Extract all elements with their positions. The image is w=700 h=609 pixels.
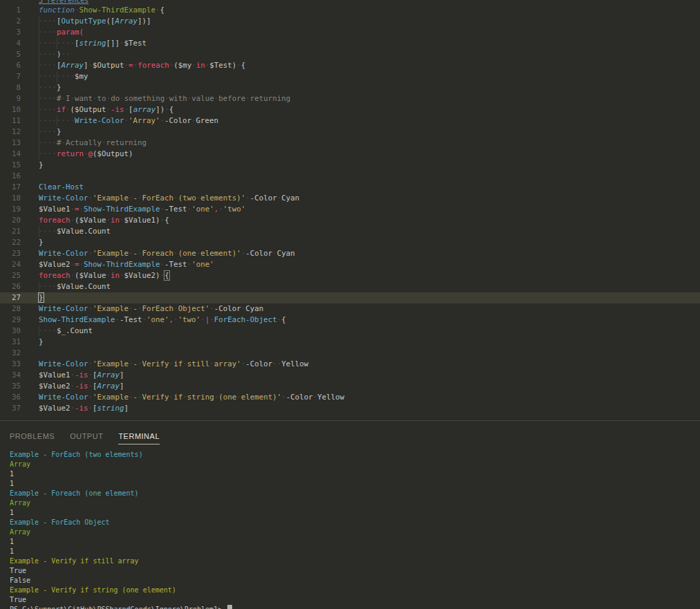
code-line[interactable]: 5····)·· [0,49,700,60]
code-line[interactable]: 15} [0,160,700,171]
line-number[interactable]: 25 [0,270,21,281]
tab-output[interactable]: OUTPUT [70,432,103,444]
code-line[interactable]: 27} [0,292,700,303]
code-token: -Color [245,359,272,368]
code-line[interactable]: 30····$_.Count [0,326,700,337]
code-line[interactable]: 1function·Show-ThirdExample·{ [0,5,700,16]
line-number[interactable]: 15 [0,160,21,171]
line-number[interactable]: 21 [0,226,21,237]
code-token: Write-Color [39,194,88,203]
code-line[interactable]: 17Clear-Host [0,182,700,193]
code-token: Actually [66,138,102,147]
line-number[interactable]: 14 [0,149,21,160]
line-number[interactable]: 26 [0,281,21,292]
code-line[interactable]: 4········[string[]]·$Test [0,38,700,49]
terminal-line: Example - ForEach (two elements) [10,450,700,460]
code-line[interactable]: 2····[OutputType([Array])] [0,16,700,27]
code-line-text: $Value1·=·Show-ThirdExample·-Test·'one',… [39,204,700,215]
code-line[interactable]: 25foreach·($Value·in·$Value2)·{ [0,270,700,281]
line-number[interactable]: 7 [0,71,21,82]
terminal-line: Array [10,527,700,537]
line-number[interactable]: 30 [0,326,21,337]
line-number[interactable]: 16 [0,171,21,182]
line-number[interactable]: 10 [0,104,21,115]
code-line-text: foreach·($Value·in·$Value1)·{ [39,215,700,226]
code-line[interactable]: 31} [0,337,700,348]
terminal-output[interactable]: Example - ForEach (two elements)Array11E… [0,450,700,609]
code-line-text: ········$my [39,71,700,82]
codelens-references-link[interactable]: 3 references [39,0,88,5]
line-number[interactable]: 13 [0,138,21,149]
line-number[interactable]: 9 [0,93,21,104]
line-number[interactable]: 32 [0,348,21,359]
code-line[interactable]: 24$Value2·=·Show-ThirdExample·-Test·'one… [0,259,700,270]
tab-terminal[interactable]: TERMINAL [118,432,160,444]
code-line[interactable]: 32 [0,348,700,359]
whitespace-dots: ···· [39,61,57,70]
code-line[interactable]: 35$Value2·-is·[Array] [0,381,700,392]
code-line[interactable]: 19$Value1·=·Show-ThirdExample·-Test·'one… [0,204,700,215]
line-number[interactable]: 1 [0,5,21,16]
line-number[interactable]: 2 [0,16,21,27]
line-number[interactable]: 37 [0,403,21,414]
code-line[interactable]: 11········Write-Color·'Array'·-Color·Gre… [0,115,700,127]
code-line[interactable]: 9····#·I·want·to·do·something·with·value… [0,93,700,104]
line-number[interactable]: 3 [0,27,21,38]
line-number[interactable]: 17 [0,182,21,193]
code-line[interactable]: 36Write-Color·'Example·-·Verify·if·strin… [0,392,700,403]
line-number[interactable]: 24 [0,259,21,270]
code-line[interactable]: 13····#·Actually·returning [0,138,700,149]
code-line[interactable]: 37$Value2·-is·[string] [0,403,700,414]
code-line[interactable]: 16 [0,171,700,182]
code-token: $Test [124,39,147,48]
code-line[interactable]: 21····$Value.Count [0,226,700,237]
code-editor[interactable]: 3 references 1function·Show-ThirdExample… [0,0,700,420]
line-number[interactable]: 18 [0,193,21,204]
line-number[interactable]: 31 [0,337,21,348]
line-number[interactable]: 20 [0,215,21,226]
line-number[interactable]: 34 [0,370,21,381]
code-token: $Value2 [39,260,70,269]
line-number[interactable]: 29 [0,315,21,326]
line-number[interactable]: 33 [0,359,21,370]
line-number[interactable]: 23 [0,248,21,259]
code-line[interactable]: 26····$Value.Count [0,281,700,292]
code-line[interactable]: 29Show-ThirdExample·-Test·'one',·'two'·|… [0,315,700,326]
code-line[interactable]: 33Write-Color·'Example·-·Verify·if·still… [0,359,700,370]
line-number[interactable]: 6 [0,60,21,71]
code-line[interactable]: 18Write-Color·'Example·-·ForEach·(two·el… [0,193,700,204]
code-line[interactable]: 10····if·($Output·-is·[array])·{ [0,104,700,115]
code-line[interactable]: 28Write-Color·'Example·-·ForEach·Object'… [0,303,700,315]
line-number[interactable]: 28 [0,303,21,315]
line-number[interactable]: 5 [0,49,21,60]
line-number[interactable]: 19 [0,204,21,215]
code-line[interactable]: 12····} [0,127,700,138]
code-line[interactable]: 23Write-Color·'Example·-·Foreach·(one·el… [0,248,700,259]
line-number[interactable]: 11 [0,115,21,127]
code-line[interactable]: 22} [0,237,700,248]
code-token: { [160,6,165,15]
code-line-text: } [39,292,700,303]
line-number[interactable]: 12 [0,127,21,138]
code-line[interactable]: 3····param( [0,27,700,38]
tab-problems[interactable]: PROBLEMS [10,432,55,444]
code-line[interactable]: 8····} [0,82,700,93]
code-line[interactable]: 20foreach·($Value·in·$Value1)·{ [0,215,700,226]
code-token: -is [111,105,124,114]
code-line[interactable]: 34$Value1·-is·[Array] [0,370,700,381]
code-token: foreach [138,61,169,70]
line-number[interactable]: 4 [0,38,21,49]
line-number[interactable]: 22 [0,237,21,248]
line-number[interactable]: 27 [0,292,21,303]
code-line[interactable]: 6····[Array]·$Output·=·foreach·($my·in·$… [0,60,700,71]
code-token: 'Example [93,393,129,402]
matching-bracket: { [164,271,169,280]
line-number[interactable]: 8 [0,82,21,93]
line-number[interactable]: 36 [0,392,21,403]
line-number[interactable]: 35 [0,381,21,392]
code-token: Write-Color [39,304,88,313]
code-line[interactable]: 7········$my [0,71,700,82]
code-token: $Value2 [39,382,70,391]
code-token: { [281,315,286,324]
code-line[interactable]: 14····return·@($Output) [0,149,700,160]
